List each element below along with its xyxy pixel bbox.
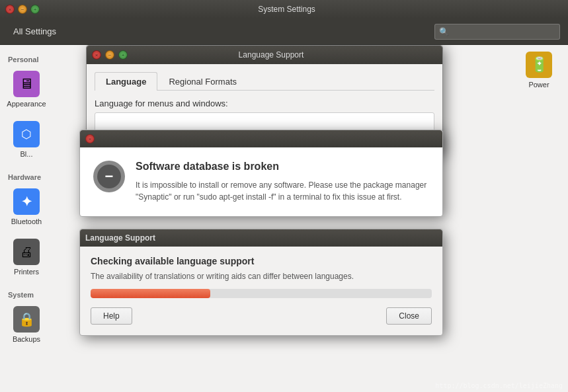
language-progress-dialog: Language Support Checking available lang… [79,229,443,336]
hardware-section-label: Hardware [5,169,87,184]
progress-dialog-buttons: Help Close [91,307,432,326]
tab-bar: Language Regional Formats [95,72,434,91]
power-label: Power [528,81,549,89]
search-input[interactable] [452,27,555,36]
progress-bar-container [91,289,432,298]
window-controls: × − + [5,5,40,14]
broken-dialog-titlebar: × [80,130,442,147]
system-section-label: System [5,287,87,301]
all-settings-button[interactable]: All Settings [8,24,61,39]
watermark: http://blog.csdn.net/leijieZhang [435,382,563,389]
top-bar: All Settings 🔍 [0,19,568,45]
sidebar-item-power[interactable]: 🔋 Power [518,52,560,89]
broken-dialog-close[interactable]: × [85,134,95,143]
progress-bar-fill [91,289,210,298]
bluetooth-label: Bluetooth [11,217,42,226]
language-dialog-titlebar: × − + Language Support [87,46,442,64]
lang-dialog-minimize[interactable]: − [105,50,114,59]
progress-heading: Checking available language support [91,256,432,266]
settings-area: Personal 🖥 Appearance ⬡ Bl... Hardware ✦… [0,45,568,392]
bluetooth-icon: ✦ [13,188,40,215]
bt-truncated-label: Bl... [20,150,33,159]
error-icon-inner: − [97,165,121,188]
error-icon: − [93,161,125,192]
progress-dialog-title: Language Support [85,233,155,243]
tab-language[interactable]: Language [95,72,157,91]
close-button[interactable]: × [5,5,15,14]
sidebar-item-bt-truncated[interactable]: ⬡ Bl... [5,116,48,164]
search-icon: 🔍 [439,27,449,36]
hardware-grid: ✦ Bluetooth 🖨 Printers [5,184,87,282]
maximize-button[interactable]: + [30,5,40,14]
lang-dialog-close[interactable]: × [92,50,101,59]
progress-dialog-titlebar: Language Support [80,229,442,247]
minimize-button[interactable]: − [18,5,27,14]
language-dialog-title: Language Support [132,50,411,59]
power-icon: 🔋 [526,52,552,78]
system-grid: 🔒 Backups [5,301,87,349]
printers-label: Printers [14,268,39,276]
broken-software-dialog: × − Software database is broken It is im… [79,130,443,217]
sidebar-item-appearance[interactable]: 🖥 Appearance [5,66,48,114]
icons-panel: Personal 🖥 Appearance ⬡ Bl... Hardware ✦… [0,45,93,392]
sidebar-item-printers[interactable]: 🖨 Printers [5,234,48,282]
sidebar-item-bluetooth[interactable]: ✦ Bluetooth [5,184,48,231]
help-button[interactable]: Help [91,307,132,325]
lang-dialog-maximize[interactable]: + [118,50,128,59]
progress-subtitle: The availability of translations or writ… [91,272,432,281]
window-title: System Settings [44,5,530,14]
backups-icon: 🔒 [13,306,40,333]
broken-text-container: Software database is broken It is imposs… [136,161,429,203]
appearance-icon: 🖥 [13,71,40,97]
personal-section-label: Personal [5,52,87,66]
title-bar: × − + System Settings [0,0,568,19]
broken-dialog-body: − Software database is broken It is impo… [80,147,442,216]
personal-grid: 🖥 Appearance ⬡ Bl... [5,66,87,164]
bluetooth-truncated-icon: ⬡ [13,121,40,147]
lang-section-label: Language for menus and windows: [95,98,434,108]
appearance-label: Appearance [7,100,46,108]
close-button-progress[interactable]: Close [386,307,432,325]
main-content: All Settings 🔍 Personal 🖥 Appearance ⬡ B… [0,19,568,392]
progress-dialog-body: Checking available language support The … [80,247,442,335]
broken-title: Software database is broken [136,161,429,173]
search-box: 🔍 [434,24,560,40]
broken-body-text: It is impossible to install or remove an… [136,179,429,203]
sidebar-item-backups[interactable]: 🔒 Backups [5,301,48,349]
tab-regional[interactable]: Regional Formats [157,72,248,91]
printers-icon: 🖨 [13,239,40,265]
backups-label: Backups [13,335,40,344]
